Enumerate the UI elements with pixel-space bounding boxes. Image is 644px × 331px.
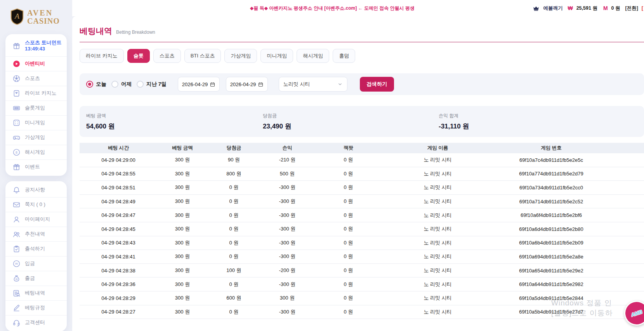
sidebar-item-label: 고객센터 [25,319,45,326]
sidebar-item-label: 쪽지 ( 0 ) [25,201,45,208]
sidebar-item[interactable]: 쪽지 ( 0 ) [5,197,67,212]
radio-label: 오늘 [96,81,106,88]
sidebar-item[interactable]: W입금 [5,256,67,271]
cell-profit: -200 원 [260,267,314,274]
cell-profit: -300 원 [260,225,314,232]
sidebar-item[interactable]: 베팅내역 [5,286,67,300]
tab[interactable]: 미니게임 [260,49,293,63]
casino-logo[interactable]: A AVEN CASINO [0,0,72,29]
date-to-input[interactable]: 2026-04-29 [226,77,268,92]
cell-game: 노 리밋 시티 [382,225,493,232]
cell-jackpot: 0 원 [314,198,382,205]
sidebar-item[interactable]: 출석하기 [5,241,67,256]
sidebar-item[interactable]: W출금 [5,271,67,286]
sidebar-item-label: 베팅규정 [25,305,45,311]
cell-bet: 300 원 [157,198,208,205]
radio-circle-icon[interactable] [137,81,144,88]
sidebar-item[interactable]: 스포츠 [5,71,67,86]
svg-text:8: 8 [16,150,17,154]
cell-bet: 300 원 [157,281,208,288]
table-row[interactable]: 04-29 04:28:29300 원600 원300 원0 원노 리밋 시티6… [80,291,644,305]
dice-icon [12,119,21,127]
table-row[interactable]: 04-29 04:28:51300 원0 원-300 원0 원노 리밋 시티69… [80,181,644,195]
cell-number: 69f10a5d4db911d1fb5e2844 [493,295,609,301]
cell-time: 04-29 04:28:29 [80,295,157,301]
truncated-link[interactable]: [ [642,5,643,11]
table-row[interactable]: 04-29 04:28:41300 원0 원-300 원0 원노 리밋 시티69… [80,250,644,264]
game-select[interactable]: 노리밋 시티 [279,77,347,92]
cell-time: 04-29 04:28:47 [80,212,157,218]
radio-group: 오늘어제지난 7일 [86,81,172,88]
table-row[interactable]: 04-29 04:28:55300 원800 원500 원0 원노 리밋 시티6… [80,167,644,181]
date-range-radio[interactable]: 오늘 [86,81,106,88]
tab[interactable]: 스포츠 [153,49,181,63]
sidebar-item[interactable]: 8해시게임 [5,145,67,159]
radio-circle-icon[interactable] [111,81,118,88]
sidebar-item[interactable]: 스포츠 토너먼트13:49:43 [5,36,67,56]
cell-profit: -300 원 [260,253,314,260]
summary-profit-total: 손익 합계 -31,110 원 [439,113,637,131]
site-notice[interactable]: ◆필 독◆ 아벤카지노 평생주소 안내 [아벤주소.com] ← 도메인 접속 … [251,0,414,16]
cell-win: 100 원 [208,267,260,274]
sidebar-item[interactable]: 이벤트 [5,159,67,174]
table-body: 04-29 04:29:00300 원90 원-210 원0 원노 리밋 시티6… [80,153,644,319]
sidebar-item[interactable]: 베팅규정 [5,300,67,315]
tab[interactable]: BTI 스포츠 [184,49,221,63]
tab[interactable]: 가상게임 [224,49,257,63]
cell-number: 69f10a7c4db911d1fb5e2e5c [493,157,609,163]
cell-game: 노 리밋 시티 [382,170,493,177]
evolution-wallet-label[interactable]: 에볼깨기 [543,5,562,12]
cell-time: 04-29 04:28:36 [80,281,157,287]
cell-jackpot: 0 원 [314,253,382,260]
tab[interactable]: 라이브 카지노 [80,49,124,63]
table-row[interactable]: 04-29 04:28:43300 원0 원-300 원0 원노 리밋 시티69… [80,236,644,250]
sidebar-item[interactable]: 아벤티비 [5,56,67,71]
sidebar-item-label: 출석하기 [25,246,45,252]
table-row[interactable]: 04-29 04:28:47300 원0 원-300 원0 원노 리밋 시티69… [80,208,644,222]
tab[interactable]: 슬롯 [127,49,150,63]
sidebar-menu-user: 공지사항쪽지 ( 0 )마이페이지추천내역출석하기W입금W출금베팅내역베팅규정고… [5,181,67,331]
won-symbol: ₩ [568,5,573,11]
sidebar-item[interactable]: 마이페이지 [5,212,67,227]
cell-bet: 300 원 [157,184,208,191]
date-range-radio[interactable]: 어제 [111,81,132,88]
cell-bet: 300 원 [157,308,208,315]
table-row[interactable]: 04-29 04:28:27300 원0 원-300 원0 원노 리밋 시티69… [80,305,644,319]
cell-time: 04-29 04:28:45 [80,226,157,232]
cell-profit: 500 원 [260,170,314,177]
search-button[interactable]: 검색하기 [360,77,394,92]
convert-button[interactable]: [전환] [625,5,638,12]
tab[interactable]: 해시게임 [297,49,329,63]
cell-bet: 300 원 [157,225,208,232]
won-balance: 25,591 원 [576,5,597,12]
page-title: 베팅내역 [80,26,112,36]
tab[interactable]: 홀덤 [333,49,355,63]
sidebar-item[interactable]: 슬롯게임 [5,101,67,115]
sidebar-item[interactable]: 추천내역 [5,227,67,241]
cell-jackpot: 0 원 [314,267,382,274]
sidebar-item[interactable]: 고객센터 [5,315,67,330]
cell-time: 04-29 04:29:00 [80,157,157,163]
sidebar-item[interactable]: 미니게임 [5,115,67,130]
coin-icon: W [12,260,21,268]
user-icon [12,215,21,224]
cell-win: 0 원 [208,198,260,205]
sidebar-item[interactable]: 가상게임 [5,130,67,145]
date-range-radio[interactable]: 지난 7일 [137,81,167,88]
m-balance: 0 원 [611,5,620,12]
radio-circle-icon[interactable] [86,81,93,88]
table-row[interactable]: 04-29 04:28:49300 원0 원-300 원0 원노 리밋 시티69… [80,195,644,209]
cell-number: 69f10a774db911d1fb5e2d79 [493,171,609,177]
sidebar-item[interactable]: 라이브 카지노 [5,86,67,101]
table-row[interactable]: 04-29 04:28:38300 원100 원-200 원0 원노 리밋 시티… [80,264,644,278]
cell-time: 04-29 04:28:55 [80,171,157,177]
table-row[interactable]: 04-29 04:28:45300 원0 원-300 원0 원노 리밋 시티69… [80,222,644,236]
date-from-input[interactable]: 2026-04-29 [178,77,220,92]
gamepad-icon [12,133,21,142]
title-divider [80,42,644,42]
sidebar-item-label: 미니게임 [25,120,45,126]
sidebar-item[interactable]: 공지사항 [5,183,67,197]
sidebar-item-label: 가상게임 [25,134,45,140]
table-row[interactable]: 04-29 04:28:36300 원0 원-300 원0 원노 리밋 시티69… [80,277,644,291]
table-row[interactable]: 04-29 04:29:00300 원90 원-210 원0 원노 리밋 시티6… [80,153,644,167]
